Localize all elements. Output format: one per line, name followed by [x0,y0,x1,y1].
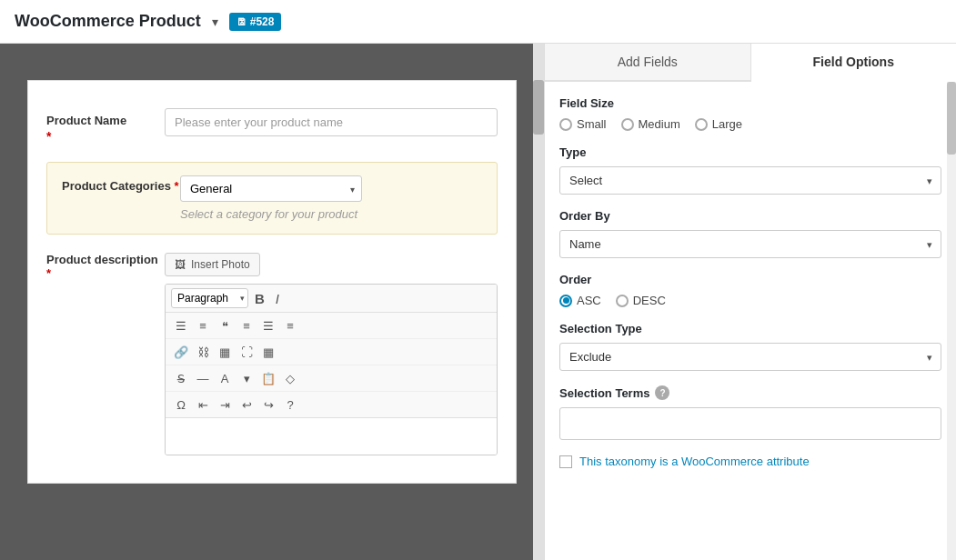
type-section: Type Select Multi-Select Checkboxes Radi… [559,145,941,195]
order-asc-label: ASC [577,294,601,307]
editor-row-2: 🔗 ⛓ ▦ ⛶ ▦ [166,339,497,365]
selection-terms-help-icon[interactable]: ? [655,385,669,400]
type-select-wrap: Select Multi-Select Checkboxes Radio ▾ [559,166,941,195]
categories-required: * [175,179,179,193]
strikethrough-icon[interactable]: S̶ [171,368,191,388]
product-name-required: * [46,129,165,144]
order-asc-radio-circle [559,295,572,307]
indent-right-icon[interactable]: ⇥ [215,395,235,415]
help-editor-icon[interactable]: ? [280,395,300,415]
title-dropdown-icon[interactable]: ▾ [212,15,218,29]
insert-photo-button[interactable]: 🖼 Insert Photo [165,253,260,276]
size-small-radio-circle [559,118,572,131]
undo-icon[interactable]: ↩ [236,395,257,415]
order-label: Order [559,273,941,286]
size-medium-radio[interactable]: Medium [621,117,680,131]
hr-icon[interactable]: — [193,368,213,388]
right-panel: Add Fields Field Options Field Size Smal… [544,44,956,560]
header: WooCommerce Product ▾ 🖺 #528 [0,0,956,44]
right-tabs: Add Fields Field Options [545,44,956,82]
align-center-icon[interactable]: ☰ [258,315,278,335]
size-medium-label: Medium [639,117,680,131]
editor-body[interactable] [166,418,497,455]
size-small-label: Small [577,117,607,131]
align-left-icon[interactable]: ≡ [236,315,257,335]
product-name-control [165,108,498,136]
type-select[interactable]: Select Multi-Select Checkboxes Radio [559,166,941,195]
font-color-arrow-icon[interactable]: ▾ [236,368,257,388]
selection-type-select[interactable]: Exclude Include [559,343,941,371]
tab-add-fields[interactable]: Add Fields [545,44,751,80]
revision-icon: 🖺 [236,16,247,27]
editor-row-1: ☰ ≡ ❝ ≡ ☰ ≡ [166,313,497,339]
left-scroll-thumb [533,80,544,135]
indent-left-icon[interactable]: ⇤ [193,395,213,415]
revision-number: #528 [250,15,275,28]
right-scroll-thumb [947,82,956,155]
type-label: Type [559,145,941,159]
unordered-list-icon[interactable]: ☰ [171,315,191,335]
page-title: WooCommerce Product [15,12,201,31]
blockquote-icon[interactable]: ❝ [215,315,235,335]
selection-terms-label-row: Selection Terms ? [559,385,941,400]
size-small-radio[interactable]: Small [559,117,607,131]
taxonomy-checkbox[interactable] [559,455,572,468]
ordered-list-icon[interactable]: ≡ [193,315,213,335]
align-right-icon[interactable]: ≡ [280,315,300,335]
redo-icon[interactable]: ↪ [258,395,278,415]
unlink-icon[interactable]: ⛓ [193,342,213,362]
order-desc-radio[interactable]: DESC [616,294,666,307]
order-radio-group: ASC DESC [559,294,941,307]
format-select[interactable]: Paragraph [171,288,248,308]
left-scrollbar[interactable] [533,44,544,560]
categories-control: General ▾ Select a category for your pro… [180,175,482,221]
right-content: Field Size Small Medium Large [545,82,956,560]
size-large-radio[interactable]: Large [695,117,742,131]
selection-type-select-wrap: Exclude Include ▾ [559,343,941,371]
order-by-select-wrap: Name Slug Count Term ID ▾ [559,230,941,258]
font-color-icon[interactable]: A [215,368,235,388]
editor-icon-rows: ☰ ≡ ❝ ≡ ☰ ≡ 🔗 ⛓ ▦ ⛶ [166,313,497,418]
categories-select[interactable]: General [180,175,362,202]
selection-type-section: Selection Type Exclude Include ▾ [559,322,941,371]
left-panel: Product Name * Product Categories * Gene… [0,44,544,560]
product-description-row: Product description * 🖼 Insert Photo Par… [46,253,498,455]
selection-terms-input[interactable] [559,407,941,440]
rich-text-editor: Paragraph ▾ B I ☰ ≡ ❝ [165,284,498,455]
italic-button[interactable]: I [271,290,284,307]
selection-terms-section: Selection Terms ? [559,385,941,440]
bold-button[interactable]: B [250,290,269,307]
categories-select-wrap: General ▾ [180,175,362,202]
form-canvas: Product Name * Product Categories * Gene… [27,80,517,484]
order-by-select[interactable]: Name Slug Count Term ID [559,230,941,258]
fullscreen-icon[interactable]: ⛶ [236,342,257,362]
order-asc-radio[interactable]: ASC [559,294,601,307]
tab-field-options[interactable]: Field Options [751,44,957,82]
product-name-input[interactable] [165,108,498,136]
field-size-label: Field Size [559,96,941,110]
format-select-wrap: Paragraph ▾ [171,288,248,308]
selection-type-label: Selection Type [559,322,941,335]
clipboard-icon[interactable]: 📋 [258,368,278,388]
grid-icon[interactable]: ▦ [258,342,278,362]
taxonomy-checkbox-label[interactable]: This taxonomy is a WooCommerce attribute [579,455,810,468]
description-control: 🖼 Insert Photo Paragraph ▾ B [165,253,498,455]
product-name-row: Product Name * [46,108,498,144]
size-large-label: Large [712,117,742,131]
omega-icon[interactable]: Ω [171,395,191,415]
product-categories-row: Product Categories * General ▾ Select a … [46,162,498,235]
size-large-radio-circle [695,118,708,131]
order-desc-label: DESC [633,294,666,307]
revision-badge[interactable]: 🖺 #528 [229,13,282,31]
description-required: * [46,266,51,280]
insert-photo-icon: 🖼 [175,258,186,271]
main-layout: Product Name * Product Categories * Gene… [0,44,956,560]
product-name-label: Product Name * [46,108,165,144]
order-by-label: Order By [559,209,941,223]
field-size-section: Field Size Small Medium Large [559,96,941,131]
link-icon[interactable]: 🔗 [171,342,191,362]
table-icon[interactable]: ▦ [215,342,235,362]
editor-row-3: S̶ — A ▾ 📋 ◇ [166,365,497,392]
eraser-icon[interactable]: ◇ [280,368,300,388]
right-scrollbar[interactable] [947,82,956,560]
